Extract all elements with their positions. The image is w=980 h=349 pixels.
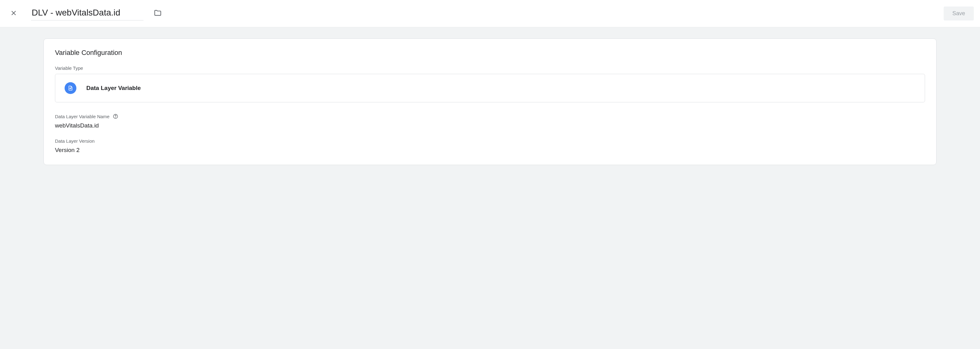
help-icon[interactable] xyxy=(113,114,118,119)
title-wrap xyxy=(31,6,165,21)
svg-point-1 xyxy=(115,117,116,117)
close-icon xyxy=(10,9,18,18)
header: Save xyxy=(0,0,980,27)
dlv-name-value: webVitalsData.id xyxy=(55,122,925,129)
content-area: Variable Configuration Variable Type Dat… xyxy=(0,27,980,349)
save-button[interactable]: Save xyxy=(944,6,974,21)
data-layer-variable-icon xyxy=(65,82,76,94)
folder-button[interactable] xyxy=(151,7,165,21)
close-button[interactable] xyxy=(6,6,21,21)
card-title: Variable Configuration xyxy=(55,49,925,57)
variable-name-input[interactable] xyxy=(31,6,143,21)
variable-type-selector[interactable]: Data Layer Variable xyxy=(55,74,925,102)
dlv-version-label: Data Layer Version xyxy=(55,138,925,144)
variable-type-name: Data Layer Variable xyxy=(86,85,141,92)
variable-type-label: Variable Type xyxy=(55,65,925,71)
dlv-version-value: Version 2 xyxy=(55,147,925,154)
variable-configuration-card: Variable Configuration Variable Type Dat… xyxy=(43,38,937,165)
dlv-name-label: Data Layer Variable Name xyxy=(55,114,925,119)
folder-icon xyxy=(154,9,162,18)
